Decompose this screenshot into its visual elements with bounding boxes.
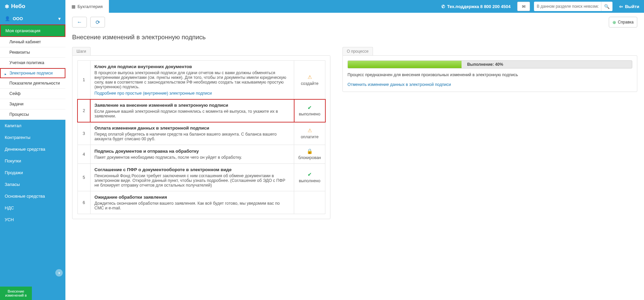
sidebar-section-my-org[interactable]: Моя организация xyxy=(0,24,65,37)
step-row[interactable]: 3Оплата изменения данных в электронной п… xyxy=(77,122,325,145)
lock-icon: 🔒 xyxy=(298,148,321,154)
lifebuoy-icon: ⊕ xyxy=(612,20,616,25)
sidebar-item-purchases[interactable]: Покупки xyxy=(0,155,65,167)
sidebar-item-capital[interactable]: Капитал xyxy=(0,120,65,132)
tab-accounting[interactable]: ▦ Бухгалтерия xyxy=(65,0,109,13)
search-button[interactable]: 🔍 xyxy=(601,2,612,11)
sidebar-item-esignatures[interactable]: Электронные подписи xyxy=(0,68,65,78)
sidebar-item-accounting-policy[interactable]: Учетная политика xyxy=(0,58,65,68)
step-number: 1 xyxy=(77,61,90,99)
step-title: Ожидание обработки заявления xyxy=(95,195,290,200)
toolbar: ← ⟳ ⊕ Справка xyxy=(72,17,637,28)
support-phone[interactable]: ✆ Тех.поддержка 8 800 200 4504 xyxy=(437,0,515,13)
step-status-label: оплатите xyxy=(301,135,319,139)
sidebar-item-indicators[interactable]: Показатели деятельности xyxy=(0,78,65,89)
step-status: ⚠создайте xyxy=(294,61,325,99)
logo-text: Небо xyxy=(11,3,25,10)
process-column: О процессе Выполнение: 40% Процесс предн… xyxy=(342,47,637,92)
step-row[interactable]: 4Подпись документов и отправка на обрабо… xyxy=(77,145,325,164)
refresh-icon: ⟳ xyxy=(96,19,100,26)
steps-tab[interactable]: Шаги xyxy=(72,47,91,55)
phone-icon: ✆ xyxy=(441,4,445,9)
step-status-label: блокирован xyxy=(298,155,321,160)
step-status-label: выполнено xyxy=(299,179,320,183)
sidebar-item-safe[interactable]: Сейф xyxy=(0,89,65,99)
step-status xyxy=(294,191,325,214)
bottom-process-tab[interactable]: Внесение изменений в xyxy=(0,287,32,300)
step-title: Ключ для подписи внутренних документов xyxy=(95,64,290,69)
step-desc: Если данные вашей электронной подписи по… xyxy=(95,109,278,118)
step-body: Соглашение с ПФР о документообороте в эл… xyxy=(90,164,294,191)
step-status: ⚠оплатите xyxy=(294,122,325,145)
steps-table: 1Ключ для подписи внутренних документовВ… xyxy=(77,60,325,214)
mail-button[interactable]: ✉ xyxy=(517,2,530,11)
search: 🔍 xyxy=(534,2,612,11)
warning-icon: ⚠ xyxy=(298,74,321,80)
sidebar: 👤 ООО ▾ Моя организация Личный кабинет Р… xyxy=(0,13,65,300)
logout-icon: ⇦ xyxy=(619,4,623,9)
step-desc: Перед оплатой убедитесь в наличии средст… xyxy=(95,132,277,141)
progress-text: Выполнение: 40% xyxy=(467,61,503,68)
step-row[interactable]: 2Заявление на внесение изменений в элект… xyxy=(77,99,325,122)
step-number: 5 xyxy=(77,164,90,191)
step-status: ✔выполнено xyxy=(294,164,325,191)
refresh-button[interactable]: ⟳ xyxy=(90,17,105,28)
check-icon: ✔ xyxy=(298,171,321,178)
steps-panel: 1Ключ для подписи внутренних документовВ… xyxy=(72,55,330,219)
help-button[interactable]: ⊕ Справка xyxy=(609,17,637,28)
step-title: Оплата изменения данных в электронной по… xyxy=(95,126,290,131)
step-number: 6 xyxy=(77,191,90,214)
step-status-label: создайте xyxy=(301,81,318,86)
sidebar-item-assets[interactable]: Основные средства xyxy=(0,190,65,202)
step-row[interactable]: 6Ожидание обработки заявленияДождитесь о… xyxy=(77,191,325,214)
warning-icon: ⚠ xyxy=(298,128,321,134)
step-number: 2 xyxy=(77,99,90,122)
sidebar-item-counterparties[interactable]: Контрагенты xyxy=(0,132,65,143)
search-input[interactable] xyxy=(534,2,601,11)
step-title: Соглашение с ПФР о документообороте в эл… xyxy=(95,167,290,172)
step-body: Ключ для подписи внутренних документовВ … xyxy=(90,61,294,99)
chevron-down-icon: ▾ xyxy=(58,16,61,21)
sidebar-item-tasks[interactable]: Задачи xyxy=(0,99,65,109)
sidebar-scroll-down[interactable]: ▾ xyxy=(55,269,63,277)
grid-icon: ▦ xyxy=(71,4,75,9)
step-title: Подпись документов и отправка на обработ… xyxy=(95,149,290,154)
sidebar-item-requisites[interactable]: Реквизиты xyxy=(0,47,65,58)
page-title: Внесение изменений в электронную подпись xyxy=(72,34,637,41)
back-button[interactable]: ← xyxy=(72,17,87,28)
step-desc: Дождитесь окончания обработки вашего зая… xyxy=(95,201,280,210)
sidebar-item-processes[interactable]: Процессы xyxy=(0,109,65,120)
step-status-label: выполнено xyxy=(299,112,320,116)
step-number: 4 xyxy=(77,145,90,164)
step-desc: Пенсионный Фонд России требует заключени… xyxy=(95,173,285,188)
logout-button[interactable]: ⇦ Выйти xyxy=(614,0,644,13)
sidebar-item-usn[interactable]: УСН xyxy=(0,214,65,226)
sidebar-item-cash[interactable]: Денежные средства xyxy=(0,143,65,155)
sidebar-item-stock[interactable]: Запасы xyxy=(0,179,65,190)
logo[interactable]: ❄ Небо xyxy=(0,0,65,13)
step-row[interactable]: 5Соглашение с ПФР о документообороте в э… xyxy=(77,164,325,191)
app-header: ❄ Небо ▦ Бухгалтерия ✆ Тех.поддержка 8 8… xyxy=(0,0,644,13)
check-icon: ✔ xyxy=(298,105,321,111)
progress-bar: Выполнение: 40% xyxy=(347,60,632,68)
search-icon: 🔍 xyxy=(604,4,610,9)
arrow-left-icon: ← xyxy=(77,19,82,25)
sidebar-item-sales[interactable]: Продажи xyxy=(0,167,65,179)
sidebar-submenu: Личный кабинет Реквизиты Учетная политик… xyxy=(0,37,65,120)
mail-icon: ✉ xyxy=(522,4,526,9)
sidebar-item-vat[interactable]: НДС xyxy=(0,202,65,214)
process-tab[interactable]: О процессе xyxy=(342,47,373,55)
sidebar-item-cabinet[interactable]: Личный кабинет xyxy=(0,37,65,47)
step-desc: В процессе выпуска электронной подписи д… xyxy=(95,70,286,89)
step-body: Оплата изменения данных в электронной по… xyxy=(90,122,294,145)
chevron-down-icon: ▾ xyxy=(58,271,60,275)
main-content: ← ⟳ ⊕ Справка Внесение изменений в элект… xyxy=(65,13,644,300)
step-title: Заявление на внесение изменений в электр… xyxy=(95,103,290,108)
step-body: Заявление на внесение изменений в электр… xyxy=(90,99,294,122)
cancel-changes-link[interactable]: Отменить изменение данных в электронной … xyxy=(347,82,451,87)
user-icon: 👤 xyxy=(5,16,10,21)
step-link[interactable]: Подробнее про простые (внутренние) элект… xyxy=(95,91,212,96)
org-selector[interactable]: 👤 ООО ▾ xyxy=(0,13,65,24)
step-status: 🔒блокирован xyxy=(294,145,325,164)
step-row[interactable]: 1Ключ для подписи внутренних документовВ… xyxy=(77,61,325,99)
